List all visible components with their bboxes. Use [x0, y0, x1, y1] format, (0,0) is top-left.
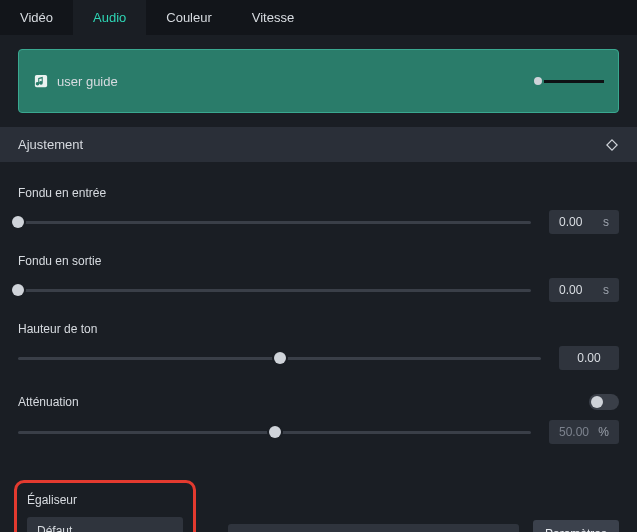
attenuation-label: Atténuation — [18, 395, 79, 409]
clip-strip[interactable]: user guide — [18, 49, 619, 113]
clip-volume-slider[interactable] — [532, 75, 604, 87]
fade-in-value[interactable]: 0.00 s — [549, 210, 619, 234]
tab-speed[interactable]: Vitesse — [232, 0, 314, 35]
fade-out-value[interactable]: 0.00 s — [549, 278, 619, 302]
fade-out-label: Fondu en sortie — [18, 254, 619, 268]
keyframe-icon[interactable] — [605, 138, 619, 152]
pitch-value[interactable]: 0.00 — [559, 346, 619, 370]
fade-in-slider[interactable] — [18, 215, 531, 229]
pitch-slider[interactable] — [18, 351, 541, 365]
clip-name: user guide — [57, 74, 118, 89]
control-fade-in: Fondu en entrée 0.00 s — [18, 186, 619, 234]
attenuation-toggle[interactable] — [589, 394, 619, 410]
section-label: Ajustement — [18, 137, 83, 152]
equalizer-select-inner[interactable]: Défaut — [27, 517, 183, 532]
control-pitch: Hauteur de ton 0.00 — [18, 322, 619, 370]
control-fade-out: Fondu en sortie 0.00 s — [18, 254, 619, 302]
attenuation-value[interactable]: 50.00 % — [549, 420, 619, 444]
equalizer-block: Égaliseur Défaut — [14, 480, 196, 532]
attenuation-slider[interactable] — [18, 425, 531, 439]
parameters-button[interactable]: Paramètres — [533, 520, 619, 532]
section-adjustment[interactable]: Ajustement — [0, 127, 637, 162]
tab-audio[interactable]: Audio — [73, 0, 146, 35]
tab-video[interactable]: Vidéo — [0, 0, 73, 35]
equalizer-select[interactable] — [228, 524, 519, 532]
fade-in-label: Fondu en entrée — [18, 186, 619, 200]
pitch-label: Hauteur de ton — [18, 322, 619, 336]
fade-out-slider[interactable] — [18, 283, 531, 297]
tab-bar: Vidéo Audio Couleur Vitesse — [0, 0, 637, 35]
music-note-icon — [33, 73, 49, 89]
tab-color[interactable]: Couleur — [146, 0, 232, 35]
equalizer-label: Égaliseur — [27, 493, 183, 507]
